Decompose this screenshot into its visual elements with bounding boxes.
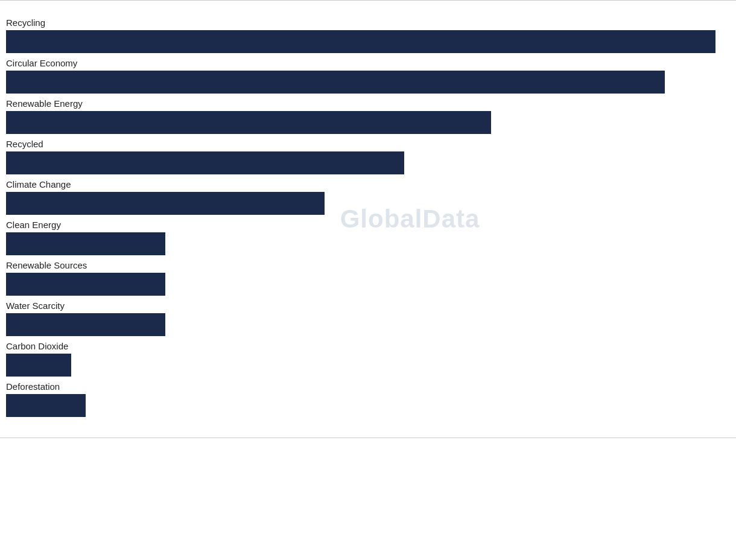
bar-row: Circular Economy [6, 58, 730, 94]
bar-track [6, 111, 730, 134]
bar-fill [6, 394, 86, 417]
bar-track [6, 30, 730, 53]
bar-track [6, 151, 730, 174]
bar-fill [6, 151, 404, 174]
bar-label: Recycling [6, 18, 730, 28]
bar-row: Renewable Energy [6, 98, 730, 134]
bar-label: Carbon Dioxide [6, 341, 730, 351]
bar-fill [6, 192, 325, 215]
bar-track [6, 313, 730, 336]
bar-row: Recycling [6, 18, 730, 53]
bar-fill [6, 354, 71, 377]
bar-row: Carbon Dioxide [6, 341, 730, 377]
bar-row: Climate Change [6, 179, 730, 215]
bar-label: Renewable Energy [6, 98, 730, 109]
bar-track [6, 354, 730, 377]
bar-track [6, 394, 730, 417]
bar-fill [6, 273, 165, 296]
bar-label: Circular Economy [6, 58, 730, 68]
bar-track [6, 232, 730, 255]
bar-fill [6, 313, 165, 336]
bar-track [6, 71, 730, 94]
bar-fill [6, 111, 491, 134]
bar-label: Climate Change [6, 179, 730, 189]
bar-row: Clean Energy [6, 220, 730, 255]
bar-row: Deforestation [6, 381, 730, 417]
bar-label: Water Scarcity [6, 301, 730, 311]
bar-fill [6, 71, 665, 94]
bar-row: Renewable Sources [6, 260, 730, 296]
bar-fill [6, 30, 715, 53]
bar-track [6, 273, 730, 296]
bar-chart: GlobalData RecyclingCircular EconomyRene… [0, 1, 736, 431]
bar-fill [6, 232, 165, 255]
bar-label: Renewable Sources [6, 260, 730, 270]
bar-label: Clean Energy [6, 220, 730, 230]
bar-track [6, 192, 730, 215]
bar-row: Water Scarcity [6, 301, 730, 336]
bar-label: Recycled [6, 139, 730, 149]
bar-row: Recycled [6, 139, 730, 174]
bar-label: Deforestation [6, 381, 730, 392]
